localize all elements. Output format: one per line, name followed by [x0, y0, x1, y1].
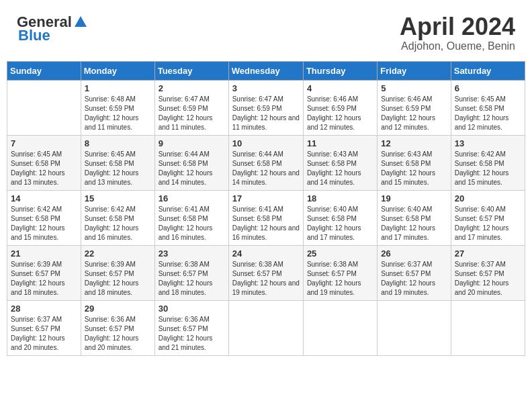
day-info: Sunrise: 6:47 AMSunset: 6:59 PMDaylight:… [159, 95, 225, 132]
day-number: 11 [307, 138, 373, 148]
calendar-day-cell: 6 Sunrise: 6:45 AMSunset: 6:58 PMDayligh… [451, 80, 525, 135]
weekday-header-cell: Monday [81, 61, 154, 80]
day-number: 14 [11, 193, 77, 203]
calendar-day-cell: 29 Sunrise: 6:36 AMSunset: 6:57 PMDaylig… [81, 300, 154, 355]
day-number: 28 [11, 304, 77, 314]
calendar-day-cell: 21 Sunrise: 6:39 AMSunset: 6:57 PMDaylig… [7, 245, 81, 300]
calendar-day-cell: 4 Sunrise: 6:46 AMSunset: 6:59 PMDayligh… [303, 80, 377, 135]
day-info: Sunrise: 6:41 AMSunset: 6:58 PMDaylight:… [232, 205, 300, 242]
day-info: Sunrise: 6:48 AMSunset: 6:59 PMDaylight:… [85, 95, 151, 132]
day-info: Sunrise: 6:37 AMSunset: 6:57 PMDaylight:… [381, 260, 447, 298]
calendar-day-cell: 8 Sunrise: 6:45 AMSunset: 6:58 PMDayligh… [81, 135, 154, 190]
day-info: Sunrise: 6:40 AMSunset: 6:58 PMDaylight:… [381, 205, 447, 242]
calendar-day-cell: 3 Sunrise: 6:47 AMSunset: 6:59 PMDayligh… [228, 80, 303, 135]
day-number: 9 [159, 138, 225, 148]
calendar-day-cell: 14 Sunrise: 6:42 AMSunset: 6:58 PMDaylig… [7, 190, 81, 245]
calendar-day-cell: 24 Sunrise: 6:38 AMSunset: 6:57 PMDaylig… [228, 245, 303, 300]
calendar-day-cell: 19 Sunrise: 6:40 AMSunset: 6:58 PMDaylig… [378, 190, 451, 245]
day-info: Sunrise: 6:44 AMSunset: 6:58 PMDaylight:… [159, 150, 225, 187]
calendar-table: SundayMondayTuesdayWednesdayThursdayFrid… [7, 61, 525, 356]
calendar-day-cell [303, 300, 377, 355]
day-number: 23 [159, 248, 225, 259]
day-info: Sunrise: 6:45 AMSunset: 6:58 PMDaylight:… [455, 95, 521, 132]
day-number: 8 [85, 138, 151, 148]
day-info: Sunrise: 6:36 AMSunset: 6:57 PMDaylight:… [85, 315, 151, 353]
day-info: Sunrise: 6:42 AMSunset: 6:58 PMDaylight:… [11, 205, 77, 242]
month-title: April 2024 [400, 13, 515, 40]
calendar-day-cell: 13 Sunrise: 6:42 AMSunset: 6:58 PMDaylig… [451, 135, 525, 190]
day-number: 6 [455, 83, 521, 93]
calendar-body: 1 Sunrise: 6:48 AMSunset: 6:59 PMDayligh… [7, 80, 525, 355]
day-info: Sunrise: 6:36 AMSunset: 6:57 PMDaylight:… [159, 315, 225, 353]
day-number: 15 [85, 193, 151, 203]
day-number: 18 [307, 193, 373, 203]
calendar-week-row: 7 Sunrise: 6:45 AMSunset: 6:58 PMDayligh… [7, 135, 525, 190]
weekday-header-cell: Saturday [451, 61, 525, 80]
day-info: Sunrise: 6:38 AMSunset: 6:57 PMDaylight:… [307, 260, 373, 298]
day-info: Sunrise: 6:40 AMSunset: 6:57 PMDaylight:… [455, 205, 521, 242]
day-number: 7 [11, 138, 77, 148]
calendar-day-cell [378, 300, 451, 355]
day-info: Sunrise: 6:43 AMSunset: 6:58 PMDaylight:… [381, 150, 447, 187]
calendar-day-cell: 26 Sunrise: 6:37 AMSunset: 6:57 PMDaylig… [378, 245, 451, 300]
calendar-day-cell: 10 Sunrise: 6:44 AMSunset: 6:58 PMDaylig… [228, 135, 303, 190]
day-info: Sunrise: 6:39 AMSunset: 6:57 PMDaylight:… [11, 260, 77, 298]
day-number: 5 [381, 83, 447, 93]
calendar-week-row: 14 Sunrise: 6:42 AMSunset: 6:58 PMDaylig… [7, 190, 525, 245]
day-info: Sunrise: 6:45 AMSunset: 6:58 PMDaylight:… [11, 150, 77, 187]
page-header: General Blue April 2024 Adjohon, Oueme, … [7, 7, 525, 56]
weekday-header-cell: Tuesday [154, 61, 228, 80]
day-number: 20 [455, 193, 521, 203]
day-number: 30 [159, 304, 225, 314]
calendar-week-row: 1 Sunrise: 6:48 AMSunset: 6:59 PMDayligh… [7, 80, 525, 135]
location-subtitle: Adjohon, Oueme, Benin [400, 40, 515, 52]
calendar-day-cell: 20 Sunrise: 6:40 AMSunset: 6:57 PMDaylig… [451, 190, 525, 245]
calendar-week-row: 28 Sunrise: 6:37 AMSunset: 6:57 PMDaylig… [7, 300, 525, 355]
calendar-day-cell: 16 Sunrise: 6:41 AMSunset: 6:58 PMDaylig… [154, 190, 228, 245]
calendar-day-cell [228, 300, 303, 355]
day-number: 12 [381, 138, 447, 148]
weekday-header-cell: Sunday [7, 61, 81, 80]
day-number: 3 [232, 83, 300, 93]
day-number: 21 [11, 248, 77, 259]
calendar-day-cell: 27 Sunrise: 6:37 AMSunset: 6:57 PMDaylig… [451, 245, 525, 300]
day-number: 26 [381, 248, 447, 259]
calendar-day-cell: 23 Sunrise: 6:38 AMSunset: 6:57 PMDaylig… [154, 245, 228, 300]
logo-blue: Blue [18, 27, 50, 44]
calendar-day-cell: 11 Sunrise: 6:43 AMSunset: 6:58 PMDaylig… [303, 135, 377, 190]
day-info: Sunrise: 6:45 AMSunset: 6:58 PMDaylight:… [85, 150, 151, 187]
calendar-day-cell: 2 Sunrise: 6:47 AMSunset: 6:59 PMDayligh… [154, 80, 228, 135]
calendar-day-cell: 7 Sunrise: 6:45 AMSunset: 6:58 PMDayligh… [7, 135, 81, 190]
calendar-day-cell: 17 Sunrise: 6:41 AMSunset: 6:58 PMDaylig… [228, 190, 303, 245]
calendar-day-cell: 30 Sunrise: 6:36 AMSunset: 6:57 PMDaylig… [154, 300, 228, 355]
calendar-week-row: 21 Sunrise: 6:39 AMSunset: 6:57 PMDaylig… [7, 245, 525, 300]
weekday-header-row: SundayMondayTuesdayWednesdayThursdayFrid… [7, 61, 525, 80]
day-info: Sunrise: 6:43 AMSunset: 6:58 PMDaylight:… [307, 150, 373, 187]
day-info: Sunrise: 6:37 AMSunset: 6:57 PMDaylight:… [11, 315, 77, 353]
day-number: 27 [455, 248, 521, 259]
day-number: 2 [159, 83, 225, 93]
day-info: Sunrise: 6:42 AMSunset: 6:58 PMDaylight:… [85, 205, 151, 242]
day-number: 13 [455, 138, 521, 148]
calendar-day-cell: 18 Sunrise: 6:40 AMSunset: 6:58 PMDaylig… [303, 190, 377, 245]
calendar-day-cell: 15 Sunrise: 6:42 AMSunset: 6:58 PMDaylig… [81, 190, 154, 245]
day-number: 22 [85, 248, 151, 259]
weekday-header-cell: Wednesday [228, 61, 303, 80]
day-number: 1 [85, 83, 151, 93]
day-info: Sunrise: 6:41 AMSunset: 6:58 PMDaylight:… [159, 205, 225, 242]
day-number: 25 [307, 248, 373, 259]
calendar-day-cell: 12 Sunrise: 6:43 AMSunset: 6:58 PMDaylig… [378, 135, 451, 190]
day-number: 17 [232, 193, 300, 203]
day-info: Sunrise: 6:37 AMSunset: 6:57 PMDaylight:… [455, 260, 521, 298]
calendar-day-cell: 5 Sunrise: 6:46 AMSunset: 6:59 PMDayligh… [378, 80, 451, 135]
day-info: Sunrise: 6:44 AMSunset: 6:58 PMDaylight:… [232, 150, 300, 187]
day-info: Sunrise: 6:40 AMSunset: 6:58 PMDaylight:… [307, 205, 373, 242]
calendar-day-cell: 22 Sunrise: 6:39 AMSunset: 6:57 PMDaylig… [81, 245, 154, 300]
day-number: 10 [232, 138, 300, 148]
weekday-header-cell: Thursday [303, 61, 377, 80]
svg-marker-0 [75, 16, 87, 27]
day-info: Sunrise: 6:46 AMSunset: 6:59 PMDaylight:… [307, 95, 373, 132]
day-number: 24 [232, 248, 300, 259]
title-block: April 2024 Adjohon, Oueme, Benin [400, 13, 515, 52]
calendar-day-cell: 25 Sunrise: 6:38 AMSunset: 6:57 PMDaylig… [303, 245, 377, 300]
